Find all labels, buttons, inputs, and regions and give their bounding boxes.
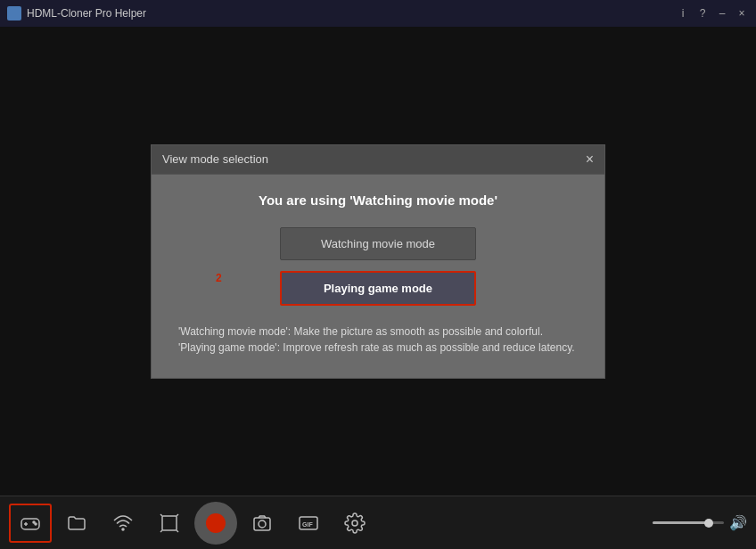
info-button[interactable]: i bbox=[676, 8, 690, 19]
folder-button[interactable] bbox=[55, 504, 98, 543]
svg-point-15 bbox=[352, 520, 357, 526]
settings-button[interactable] bbox=[333, 504, 376, 543]
svg-point-5 bbox=[122, 529, 124, 530]
svg-line-10 bbox=[177, 530, 178, 532]
mode-selection-dialog: View mode selection × You are using 'Wat… bbox=[151, 144, 605, 379]
gamepad-icon bbox=[20, 512, 41, 534]
record-button[interactable] bbox=[194, 504, 237, 543]
gear-icon bbox=[344, 512, 366, 534]
toolbar: GIF 🔊 bbox=[0, 496, 756, 549]
svg-point-3 bbox=[33, 521, 35, 523]
svg-rect-6 bbox=[162, 516, 177, 530]
app-title: HDML-Cloner Pro Helper bbox=[27, 7, 146, 20]
camera-icon bbox=[251, 512, 273, 534]
volume-slider[interactable] bbox=[653, 521, 724, 524]
dialog-heading: You are using 'Watching movie mode' bbox=[178, 193, 578, 208]
mode-number-label: 2 bbox=[216, 272, 222, 284]
svg-line-7 bbox=[160, 514, 162, 516]
screenshot-button[interactable] bbox=[241, 504, 284, 543]
svg-line-9 bbox=[160, 530, 162, 532]
main-content: View mode selection × You are using 'Wat… bbox=[0, 27, 756, 496]
svg-point-12 bbox=[259, 520, 266, 528]
playing-game-mode-button[interactable]: Playing game mode bbox=[280, 271, 476, 306]
dialog-header: View mode selection × bbox=[152, 145, 604, 175]
gif-icon: GIF bbox=[298, 512, 319, 534]
title-bar-left: HDML-Cloner Pro Helper bbox=[7, 6, 146, 20]
app-icon bbox=[7, 6, 21, 20]
gamepad-button[interactable] bbox=[9, 504, 52, 543]
title-bar: HDML-Cloner Pro Helper i ? – × bbox=[0, 0, 756, 27]
record-dot bbox=[206, 513, 226, 533]
dialog-body: You are using 'Watching movie mode' Watc… bbox=[152, 175, 604, 378]
svg-text:GIF: GIF bbox=[302, 521, 313, 528]
svg-point-4 bbox=[35, 523, 37, 525]
volume-knob[interactable] bbox=[704, 519, 713, 528]
minimize-button[interactable]: – bbox=[715, 8, 729, 19]
dialog-description: 'Watching movie mode': Make the picture … bbox=[178, 324, 578, 356]
svg-rect-11 bbox=[254, 518, 270, 530]
volume-fill bbox=[653, 521, 706, 524]
volume-control: 🔊 bbox=[653, 514, 747, 531]
close-button[interactable]: × bbox=[735, 8, 749, 19]
gif-button[interactable]: GIF bbox=[287, 504, 330, 543]
dialog-title: View mode selection bbox=[162, 152, 268, 166]
volume-icon: 🔊 bbox=[729, 514, 747, 531]
mode-buttons: Watching movie mode 2 Playing game mode bbox=[178, 227, 578, 306]
title-bar-controls: i ? – × bbox=[676, 8, 749, 19]
dialog-close-button[interactable]: × bbox=[586, 152, 594, 167]
network-button[interactable] bbox=[102, 504, 144, 543]
help-button[interactable]: ? bbox=[695, 8, 710, 19]
folder-icon bbox=[66, 512, 87, 534]
watching-movie-mode-button[interactable]: Watching movie mode bbox=[280, 227, 476, 260]
crop-icon bbox=[159, 512, 180, 534]
wifi-icon bbox=[112, 512, 134, 534]
crop-button[interactable] bbox=[148, 504, 191, 543]
svg-line-8 bbox=[177, 514, 178, 516]
record-btn-circle bbox=[194, 502, 237, 545]
